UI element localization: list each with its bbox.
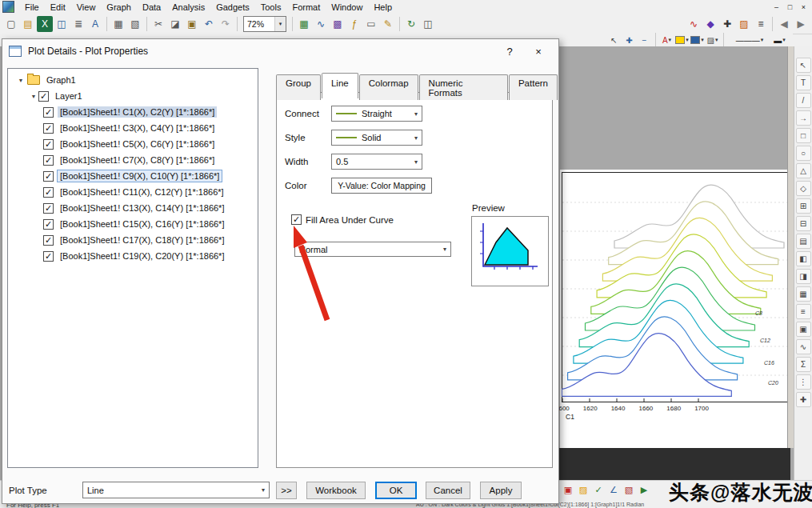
grid-view-icon[interactable]: ▦	[796, 286, 811, 302]
circle-tool-icon[interactable]: ○	[796, 146, 811, 161]
cancel-button[interactable]: Cancel	[426, 482, 470, 499]
tab-line[interactable]: Line	[322, 73, 358, 98]
scroll-right-icon[interactable]: ▶	[793, 16, 809, 32]
layer-arrange-icon[interactable]: ≡	[753, 16, 769, 32]
import-wizard-icon[interactable]: ≣	[70, 16, 86, 32]
apply-button[interactable]: Apply	[480, 482, 522, 499]
tree-item[interactable]: ✓[Book1]Sheet1! C11(X), C12(Y) [1*:1866*…	[8, 184, 258, 200]
new-layout-icon[interactable]: ▭	[363, 16, 379, 32]
menu-item-graph[interactable]: Graph	[101, 2, 137, 13]
tree-item[interactable]: ✓[Book1]Sheet1! C13(X), C14(Y) [1*:1866*…	[8, 200, 258, 216]
menu-item-view[interactable]: View	[71, 2, 102, 13]
checkbox-checked-icon[interactable]: ✓	[43, 203, 54, 214]
save-project-icon[interactable]: ◫	[54, 16, 70, 32]
new-function-icon[interactable]: ƒ	[346, 16, 362, 32]
scale-in-icon[interactable]: ✚	[622, 34, 636, 46]
menu-item-analysis[interactable]: Analysis	[166, 2, 210, 13]
import-ascii-icon[interactable]: A	[87, 16, 103, 32]
dialog-help-button[interactable]: ?	[498, 46, 522, 58]
minimize-button[interactable]: –	[770, 2, 783, 13]
menu-item-data[interactable]: Data	[137, 2, 166, 13]
insert-graph-icon[interactable]: ∿	[796, 339, 811, 354]
tree-item[interactable]: ✓[Book1]Sheet1! C5(X), C6(Y) [1*:1866*]	[8, 136, 258, 152]
menu-item-format[interactable]: Format	[286, 2, 326, 13]
mask-tool-icon[interactable]: ▧	[622, 483, 635, 496]
line-color-icon[interactable]: ▾	[690, 34, 704, 46]
pattern-icon[interactable]: ▨▾	[706, 34, 719, 46]
line-tool-icon[interactable]: /	[796, 93, 811, 108]
checkbox-checked-icon[interactable]: ✓	[43, 219, 54, 230]
new-notes-icon[interactable]: ✎	[380, 16, 396, 32]
checkbox-checked-icon[interactable]: ✓	[43, 251, 54, 262]
duplicate-window-icon[interactable]: ◫	[420, 16, 436, 32]
ok-button[interactable]: OK	[375, 482, 417, 499]
tree-node-graph1[interactable]: ▼ Graph1	[8, 72, 258, 88]
more-tools-icon[interactable]: ⋮	[796, 374, 811, 390]
group-objects-icon[interactable]: ▣	[796, 322, 811, 337]
connect-select[interactable]: Straight ▾	[331, 106, 422, 122]
copy-icon[interactable]: ◪	[167, 16, 183, 32]
pointer-tool-icon[interactable]: ↖	[607, 34, 621, 46]
delete-layer-icon[interactable]: ⊟	[796, 216, 811, 231]
expand-button[interactable]: >>	[276, 482, 297, 499]
align-left-icon[interactable]: ◧	[796, 251, 811, 266]
redo-icon[interactable]: ↷	[218, 16, 234, 32]
tree-item[interactable]: ✓[Book1]Sheet1! C19(X), C20(Y) [1*:1866*…	[8, 248, 258, 264]
scroll-left-icon[interactable]: ◀	[776, 16, 792, 32]
tree-item[interactable]: ✓[Book1]Sheet1! C15(X), C16(Y) [1*:1866*…	[8, 216, 258, 232]
plot-type-select[interactable]: Line ▾	[82, 482, 270, 498]
dialog-close-button[interactable]: ×	[522, 46, 555, 58]
palette-icon[interactable]: ▨	[577, 483, 590, 496]
tab-group[interactable]: Group	[276, 74, 321, 100]
fill-area-checkbox[interactable]: ✓	[291, 214, 302, 225]
line-style-icon[interactable]: ———▾	[728, 34, 771, 46]
checkbox-checked-icon[interactable]: ✓	[43, 171, 54, 182]
properties-icon[interactable]: ✚	[796, 392, 811, 407]
checkbox-checked-icon[interactable]: ✓	[43, 123, 54, 134]
text-tool-icon[interactable]: T	[796, 75, 811, 90]
rectangle-tool-icon[interactable]: □	[796, 128, 811, 143]
angle-tool-icon[interactable]: ∠	[607, 483, 620, 496]
graph-gallery-icon[interactable]: ∿	[686, 16, 702, 32]
theme-gallery-icon[interactable]: ▣	[562, 483, 574, 496]
apply-format-icon[interactable]: ✓	[592, 483, 605, 496]
cut-icon[interactable]: ✂	[150, 16, 166, 32]
tab-pattern[interactable]: Pattern	[509, 74, 558, 100]
layer-contents-icon[interactable]: ▤	[796, 234, 811, 249]
checkbox-checked-icon[interactable]: ✓	[43, 155, 54, 166]
new-project-icon[interactable]: ▢	[3, 16, 19, 32]
layer-checkbox[interactable]: ✓	[38, 91, 49, 102]
menu-item-window[interactable]: Window	[326, 2, 368, 13]
new-graph-icon[interactable]: ∿	[313, 16, 329, 32]
insert-equation-icon[interactable]: Σ	[796, 357, 811, 372]
maximize-button[interactable]: □	[783, 2, 797, 13]
close-button[interactable]: ×	[797, 2, 810, 13]
dialog-titlebar[interactable]: Plot Details - Plot Properties ? ×	[2, 39, 558, 63]
paste-icon[interactable]: ▣	[184, 16, 200, 32]
checkbox-checked-icon[interactable]: ✓	[43, 107, 54, 118]
menu-item-tools[interactable]: Tools	[255, 2, 287, 13]
fill-color-icon[interactable]: ▾	[675, 34, 689, 46]
line-width-icon[interactable]: ▬▾	[773, 34, 786, 46]
object-order-icon[interactable]: ≡	[796, 304, 811, 319]
checkbox-checked-icon[interactable]: ✓	[43, 187, 54, 198]
checkbox-checked-icon[interactable]: ✓	[43, 139, 54, 150]
add-layer-icon[interactable]: ⊞	[796, 198, 811, 214]
zoom-level-combo[interactable]: 72% ▾	[243, 16, 286, 32]
tab-numeric-formats[interactable]: Numeric Formats	[419, 74, 508, 100]
color-palette-icon[interactable]: ▨	[736, 16, 752, 32]
width-select[interactable]: 0.5 ▾	[331, 154, 422, 170]
print-preview-icon[interactable]: ▧	[127, 16, 143, 32]
menu-item-file[interactable]: File	[19, 2, 45, 13]
open-excel-icon[interactable]: X	[37, 16, 53, 32]
open-icon[interactable]: ▤	[20, 16, 36, 32]
3d-rotation-icon[interactable]: ◆	[702, 16, 718, 32]
zoom-in-icon[interactable]: ✚	[719, 16, 735, 32]
tree-item[interactable]: ✓[Book1]Sheet1! C1(X), C2(Y) [1*:1866*]	[8, 104, 258, 120]
collapse-arrow-icon[interactable]: ▼	[29, 94, 38, 99]
refresh-icon[interactable]: ↻	[403, 16, 419, 32]
arrow-tool-icon[interactable]: →	[796, 110, 811, 126]
polygon-tool-icon[interactable]: △	[796, 163, 811, 178]
checkbox-checked-icon[interactable]: ✓	[43, 235, 54, 246]
tree-item[interactable]: ✓[Book1]Sheet1! C3(X), C4(Y) [1*:1866*]	[8, 120, 258, 136]
